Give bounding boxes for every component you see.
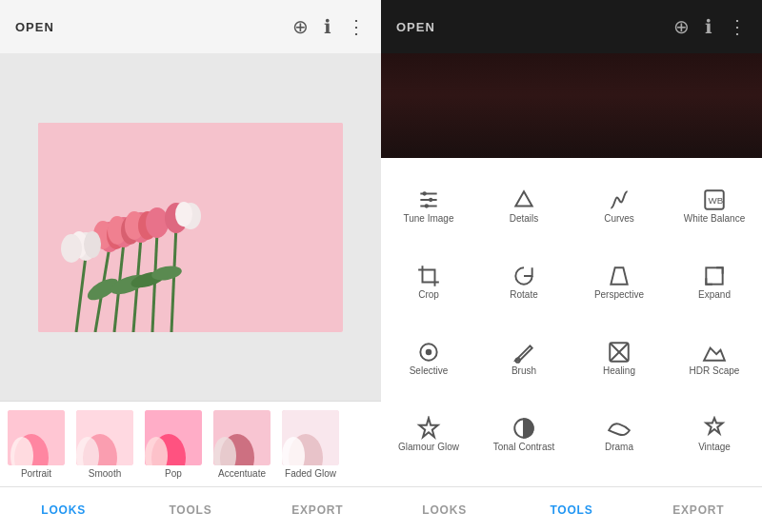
curves-icon (607, 187, 632, 212)
expand-icon (702, 264, 727, 288)
look-faded-glow[interactable]: Faded Glow (278, 410, 343, 479)
svg-point-27 (175, 202, 192, 227)
vintage-icon (702, 416, 727, 441)
svg-text:WB: WB (709, 195, 724, 206)
look-label-portrait: Portrait (21, 468, 51, 479)
photo-container (38, 123, 343, 332)
right-image-area (381, 53, 762, 158)
tool-crop[interactable]: Crop (381, 242, 476, 318)
svg-marker-60 (704, 347, 725, 360)
look-thumb-pop (145, 410, 202, 465)
hdr-scape-label: HDR Scape (690, 365, 740, 377)
tune-image-icon (416, 187, 441, 212)
left-bottom-nav: LOOKS TOOLS EXPORT (0, 486, 381, 532)
tool-hdr-scape[interactable]: HDR Scape (667, 318, 762, 394)
right-photo-preview (381, 53, 762, 158)
rotate-icon (511, 264, 536, 288)
right-more-icon[interactable]: ⋮ (728, 15, 747, 38)
white-balance-label: White Balance (684, 212, 745, 225)
right-top-bar: OPEN ⊕ ℹ ⋮ (381, 0, 762, 53)
looks-strip: Portrait Smooth Pop (0, 401, 381, 486)
tool-drama[interactable]: Drama (572, 394, 667, 470)
tool-expand[interactable]: Expand (667, 242, 762, 318)
left-tab-looks[interactable]: LOOKS (0, 490, 127, 530)
look-portrait[interactable]: Portrait (4, 410, 69, 479)
right-open-button[interactable]: OPEN (396, 20, 435, 34)
crop-label: Crop (418, 288, 439, 301)
tool-selective[interactable]: Selective (381, 318, 476, 394)
drama-icon (607, 416, 632, 441)
right-info-icon[interactable]: ℹ (705, 15, 712, 38)
tool-perspective[interactable]: Perspective (572, 242, 667, 318)
look-pop[interactable]: Pop (141, 410, 206, 479)
layers-icon[interactable]: ⊕ (292, 15, 309, 38)
tool-tonal-contrast[interactable]: Tonal Contrast (476, 394, 572, 470)
look-label-pop: Pop (165, 468, 182, 479)
look-label-faded-glow: Faded Glow (285, 468, 336, 479)
svg-point-55 (426, 348, 432, 355)
expand-label: Expand (698, 288, 731, 301)
svg-marker-52 (611, 267, 627, 284)
look-label-accentuate: Accentuate (218, 468, 266, 479)
left-top-bar: OPEN ⊕ ℹ ⋮ (0, 0, 381, 53)
perspective-label: Perspective (594, 288, 644, 301)
svg-point-47 (429, 197, 432, 201)
hdr-scape-icon (702, 340, 727, 365)
svg-point-46 (423, 191, 427, 195)
svg-marker-63 (706, 418, 722, 433)
more-icon[interactable]: ⋮ (347, 15, 366, 38)
crop-icon (416, 264, 441, 288)
tools-grid-container: Tune Image Details Curves WB White Ba (381, 158, 762, 486)
look-accentuate[interactable]: Accentuate (210, 410, 274, 479)
right-top-icons: ⊕ ℹ ⋮ (673, 15, 747, 38)
left-tab-tools[interactable]: TOOLS (127, 490, 253, 530)
look-label-smooth: Smooth (89, 468, 121, 479)
tool-brush[interactable]: Brush (476, 318, 572, 394)
right-tab-export[interactable]: EXPORT (635, 490, 762, 530)
svg-point-25 (61, 234, 82, 263)
perspective-icon (607, 264, 632, 288)
drama-label: Drama (605, 441, 633, 453)
tool-curves[interactable]: Curves (572, 166, 667, 242)
look-smooth[interactable]: Smooth (72, 410, 137, 479)
tool-white-balance[interactable]: WB White Balance (667, 166, 762, 242)
look-thumb-accentuate (213, 410, 271, 465)
tool-tune-image[interactable]: Tune Image (381, 166, 476, 242)
right-tab-tools[interactable]: TOOLS (508, 490, 634, 530)
tool-rotate[interactable]: Rotate (476, 242, 572, 318)
right-panel: OPEN ⊕ ℹ ⋮ Tune Image Details (381, 0, 762, 532)
left-tab-export[interactable]: EXPORT (254, 490, 381, 530)
left-top-icons: ⊕ ℹ ⋮ (292, 15, 366, 38)
right-tab-looks[interactable]: LOOKS (381, 490, 508, 530)
svg-marker-49 (515, 191, 531, 206)
healing-icon (607, 340, 632, 365)
brush-label: Brush (511, 365, 536, 377)
svg-point-24 (84, 231, 101, 258)
tonal-contrast-icon (511, 416, 536, 441)
svg-point-48 (425, 204, 429, 207)
glamour-glow-label: Glamour Glow (398, 441, 459, 453)
curves-label: Curves (604, 212, 634, 225)
tonal-contrast-label: Tonal Contrast (493, 441, 554, 453)
right-layers-icon[interactable]: ⊕ (673, 15, 690, 38)
left-open-button[interactable]: OPEN (15, 20, 54, 34)
vintage-label: Vintage (698, 441, 731, 453)
brush-icon (511, 340, 536, 365)
healing-label: Healing (603, 365, 635, 377)
rotate-label: Rotate (510, 288, 537, 301)
tool-details[interactable]: Details (476, 166, 572, 242)
look-thumb-faded-glow (282, 410, 339, 465)
tool-vintage[interactable]: Vintage (667, 394, 762, 470)
look-thumb-portrait (8, 410, 65, 465)
details-label: Details (510, 212, 539, 225)
right-bottom-nav: LOOKS TOOLS EXPORT (381, 486, 762, 532)
info-icon[interactable]: ℹ (324, 15, 331, 38)
svg-point-20 (146, 207, 169, 238)
selective-label: Selective (410, 365, 449, 377)
left-panel: OPEN ⊕ ℹ ⋮ (0, 0, 381, 532)
tool-glamour-glow[interactable]: Glamour Glow (381, 394, 476, 470)
selective-icon (416, 340, 441, 365)
svg-rect-53 (706, 267, 722, 284)
tool-healing[interactable]: Healing (572, 318, 667, 394)
details-icon (511, 187, 536, 212)
